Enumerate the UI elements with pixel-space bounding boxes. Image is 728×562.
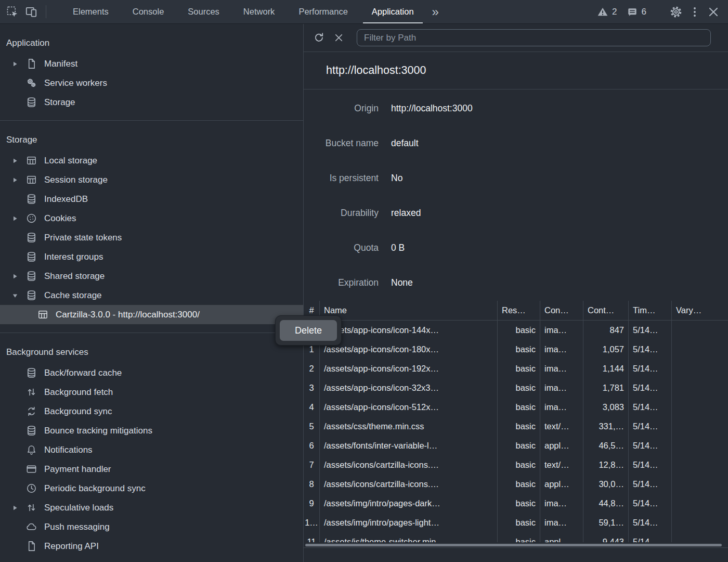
column-header-cont[interactable]: Cont… [583,301,629,320]
device-toolbar-icon [24,5,38,19]
cache-toolbar [304,24,728,52]
table-cell: 11 [304,532,320,542]
field-label: Bucket name [304,138,379,149]
table-row[interactable]: 0/assets/app-icons/icon-144x…basicima…84… [304,321,728,340]
chevron-collapsed-icon[interactable] [12,274,25,279]
chevron-collapsed-icon[interactable] [12,158,25,163]
scrollbar-thumb[interactable] [305,544,722,546]
table-row[interactable]: 1/assets/app-icons/icon-180x…basicima…1,… [304,340,728,359]
chevron-collapsed-icon[interactable] [12,216,25,221]
document-icon [25,58,37,70]
tab-network[interactable]: Network [231,0,287,23]
table-cell [672,340,728,359]
sidebar-item-payment-handler[interactable]: Payment handler [0,459,303,479]
table-row[interactable]: 8/assets/icons/cartzilla-icons.…basicapp… [304,475,728,494]
table-cell: /assets/app-icons/icon-512x… [320,398,498,417]
field-value: relaxed [391,208,421,219]
sidebar-item-speculative-loads[interactable]: Speculative loads [0,498,303,517]
sidebar-item-manifest[interactable]: Manifest [0,54,303,73]
sidebar-item-private-state-tokens[interactable]: Private state tokens [0,228,303,247]
table-row[interactable]: 3/assets/app-icons/icon-32x3…basicima…1,… [304,378,728,398]
messages-badge[interactable]: 6 [627,6,646,18]
tab-application[interactable]: Application [360,0,426,23]
warnings-badge[interactable]: 2 [597,6,617,18]
table-cell: 1,781 [583,378,629,398]
table-cell: appl… [540,532,583,542]
sidebar-item-notifications[interactable]: Notifications [0,440,303,459]
column-header-name[interactable]: Name [320,301,498,320]
column-header-vary[interactable]: Vary… [672,301,728,320]
tab-elements[interactable]: Elements [61,0,121,23]
chevron-collapsed-icon[interactable] [12,61,25,67]
sidebar-item-service-workers[interactable]: Service workers [0,73,303,93]
database-icon [25,193,37,206]
menu-item-delete[interactable]: Delete [280,320,337,341]
chevron-collapsed-icon[interactable] [12,177,25,183]
filter-by-path-input[interactable] [357,29,711,46]
sidebar-item-background-sync[interactable]: Background sync [0,402,303,421]
sidebar-item-local-storage[interactable]: Local storage [0,151,303,170]
panel-tabs: ElementsConsoleSourcesNetworkPerformance… [61,0,426,23]
column-header-con[interactable]: Con… [540,301,583,320]
table-row[interactable]: 5/assets/css/theme.min.cssbasictext/…331… [304,417,728,436]
inspect-element-button[interactable] [3,0,22,23]
field-label: Is persistent [304,173,379,184]
tab-performance[interactable]: Performance [287,0,359,23]
close-devtools-button[interactable] [704,5,723,19]
table-row[interactable]: 1…/assets/img/intro/pages-light…basicima… [304,513,728,532]
tab-sources[interactable]: Sources [176,0,231,23]
sidebar-section-background-services: Background servicesBack/forward cacheBac… [0,333,303,562]
table-row[interactable]: 2/assets/app-icons/icon-192x…basicima…1,… [304,359,728,378]
sidebar-item-reporting-api[interactable]: Reporting API [0,537,303,556]
table-cell: 12,8… [583,455,629,475]
sidebar-item-push-messaging[interactable]: Push messaging [0,517,303,537]
database-icon [25,289,37,302]
sidebar-item-bounce-tracking-mitigations[interactable]: Bounce tracking mitigations [0,421,303,440]
table-cell: basic [498,359,540,378]
table-cell: 3 [304,378,320,398]
sidebar-item-periodic-background-sync[interactable]: Periodic background sync [0,479,303,498]
tab-console[interactable]: Console [121,0,176,23]
sidebar-item-indexeddb[interactable]: IndexedDB [0,189,303,209]
table-row[interactable]: 7/assets/icons/cartzilla-icons.…basictex… [304,455,728,475]
chevron-collapsed-icon[interactable] [12,505,25,510]
sidebar-item-interest-groups[interactable]: Interest groups [0,247,303,266]
table-cell: 5/14… [629,532,672,542]
table-row[interactable]: 11/assets/js/theme-switcher.min…basicapp… [304,532,728,542]
sync-icon [25,405,37,418]
sidebar-item-back-forward-cache[interactable]: Back/forward cache [0,363,303,382]
sidebar-item-session-storage[interactable]: Session storage [0,170,303,189]
detail-field-bucket-name: Bucket namedefault [304,126,728,161]
table-cell: /assets/img/intro/pages-dark… [320,494,498,513]
updown-icon [25,386,37,399]
sidebar-item-cookies[interactable]: Cookies [0,209,303,228]
sidebar-item-cartzilla-3-0-0-http-localhost-3000[interactable]: Cartzilla-3.0.0 - http://localhost:3000/ [0,305,303,324]
more-tabs-button[interactable]: » [426,0,445,23]
field-value: 0 B [391,242,405,253]
device-toolbar-button[interactable] [22,0,41,23]
refresh-button[interactable] [309,28,329,48]
sidebar-item-label: Cache storage [44,290,102,301]
clear-filter-button[interactable] [329,28,348,48]
table-cell: 5/14… [629,340,672,359]
sidebar-item-storage[interactable]: Storage [0,93,303,112]
section-title: Storage [0,121,303,151]
settings-button[interactable] [667,5,685,19]
field-value: None [391,277,413,288]
refresh-icon [313,32,325,44]
table-cell [672,532,728,542]
column-header-res[interactable]: Res… [498,301,540,320]
table-row[interactable]: 4/assets/app-icons/icon-512x…basicima…3,… [304,398,728,417]
sidebar-item-background-fetch[interactable]: Background fetch [0,382,303,402]
kebab-menu-button[interactable] [685,5,704,19]
table-cell: text/… [540,417,583,436]
sidebar-item-label: Reporting API [44,541,99,552]
inspect-icon [6,5,19,19]
chevron-expanded-icon[interactable] [12,293,25,298]
sidebar-item-shared-storage[interactable]: Shared storage [0,266,303,286]
table-row[interactable]: 9/assets/img/intro/pages-dark…basicima…4… [304,494,728,513]
table-row[interactable]: 6/assets/fonts/inter-variable-l…basicapp… [304,436,728,455]
sidebar-item-cache-storage[interactable]: Cache storage [0,286,303,305]
column-header-tim[interactable]: Tim… [629,301,672,320]
table-cell: 5/14… [629,359,672,378]
